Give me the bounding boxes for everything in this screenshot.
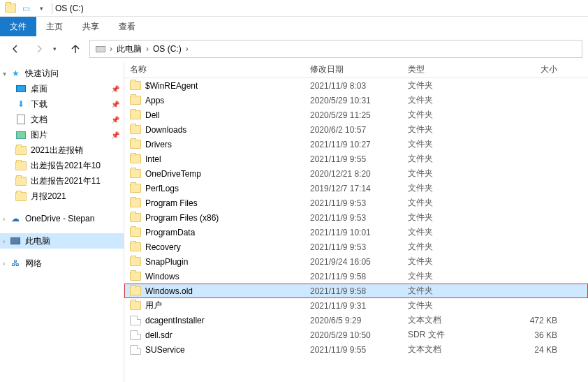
properties-icon[interactable]: ▭	[20, 3, 31, 14]
sidebar-quick-access[interactable]: ▾ ★ 快速访问	[0, 66, 124, 81]
sidebar-item[interactable]: 出差报告2021年10	[0, 158, 124, 173]
file-name: 用户	[145, 300, 162, 311]
list-item[interactable]: SUService2021/11/9 9:55文本文档24 KB	[124, 342, 588, 357]
list-item[interactable]: dell.sdr2020/5/29 10:50SDR 文件36 KB	[124, 328, 588, 342]
list-item[interactable]: 用户2021/11/9 9:31文件夹	[124, 298, 588, 313]
list-item[interactable]: OneDriveTemp2020/12/21 8:20文件夹	[124, 166, 588, 181]
back-button[interactable]	[6, 39, 25, 59]
column-name[interactable]: 名称	[130, 64, 310, 75]
file-name: PerfLogs	[145, 184, 179, 193]
file-name: Dell	[145, 110, 160, 120]
file-type: 文件夹	[408, 300, 499, 311]
list-item[interactable]: Apps2020/5/29 10:31文件夹	[124, 93, 588, 108]
sidebar-this-pc[interactable]: › 此电脑	[0, 233, 124, 249]
list-item[interactable]: SnapPlugin2021/9/24 16:05文件夹	[124, 254, 588, 269]
file-size: 24 KB	[499, 345, 568, 355]
file-date: 2021/11/9 9:55	[310, 154, 408, 164]
tab-view[interactable]: 查看	[109, 17, 145, 36]
chevron-right-icon[interactable]: ›	[146, 44, 149, 54]
file-name: Windows	[145, 272, 179, 281]
list-item[interactable]: Drivers2021/11/9 10:27文件夹	[124, 137, 588, 152]
sidebar-item[interactable]: 文档📌	[0, 112, 124, 127]
crumb-drive[interactable]: OS (C:)	[150, 44, 184, 54]
list-item[interactable]: ProgramData2021/11/9 10:01文件夹	[124, 225, 588, 240]
file-type: 文件夹	[408, 168, 499, 179]
tab-home[interactable]: 主页	[36, 17, 73, 36]
list-item[interactable]: Intel2021/11/9 9:55文件夹	[124, 152, 588, 166]
list-item[interactable]: Program Files2021/11/9 9:53文件夹	[124, 196, 588, 210]
chevron-right-icon[interactable]: ›	[3, 237, 5, 245]
folder-icon	[130, 110, 141, 119]
file-name: SnapPlugin	[145, 257, 188, 267]
file-date: 2021/11/9 9:55	[310, 345, 408, 355]
list-item[interactable]: Windows2021/11/9 9:58文件夹	[124, 269, 588, 284]
file-list[interactable]: $WinREAgent2021/11/9 8:03文件夹Apps2020/5/2…	[124, 78, 588, 382]
file-type: 文件夹	[408, 80, 499, 91]
sidebar-item-label: 桌面	[31, 83, 47, 95]
file-name: Intel	[145, 154, 161, 164]
file-size: 36 KB	[499, 330, 568, 340]
list-item[interactable]: Program Files (x86)2021/11/9 9:53文件夹	[124, 210, 588, 225]
tab-file[interactable]: 文件	[0, 17, 36, 36]
sidebar-item[interactable]: 月报2021	[0, 189, 124, 204]
column-headers: 名称 修改日期 类型 大小	[124, 61, 588, 78]
list-item[interactable]: dcagentInstaller2020/6/5 9:29文本文档472 KB	[124, 313, 588, 328]
column-type[interactable]: 类型	[408, 64, 499, 75]
folder-icon	[15, 191, 27, 202]
folder-icon	[130, 213, 141, 222]
sidebar-item[interactable]: 图片📌	[0, 127, 124, 142]
up-button[interactable]	[66, 39, 85, 59]
list-item[interactable]: Recovery2021/11/9 9:53文件夹	[124, 240, 588, 254]
crumb-this-pc[interactable]: 此电脑	[114, 43, 145, 55]
folder-icon	[130, 301, 141, 310]
file-type: 文件夹	[408, 182, 499, 194]
sidebar-item[interactable]: 2021出差报销	[0, 142, 124, 158]
file-type: 文件夹	[408, 212, 499, 223]
chevron-right-icon[interactable]: ›	[3, 215, 5, 223]
file-type: SDR 文件	[408, 329, 499, 341]
list-item[interactable]: Downloads2020/6/2 10:57文件夹	[124, 122, 588, 137]
address-bar[interactable]: › 此电脑 › OS (C:) ›	[89, 40, 582, 58]
sidebar-item-label: 月报2021	[31, 191, 66, 203]
file-date: 2021/9/24 16:05	[310, 257, 408, 267]
folder-icon	[15, 175, 27, 186]
sidebar-network[interactable]: › 🖧 网络	[0, 256, 124, 271]
file-date: 2021/11/9 9:58	[310, 272, 408, 281]
list-item[interactable]: Dell2020/5/29 11:25文件夹	[124, 108, 588, 122]
file-type: 文本文档	[408, 314, 499, 326]
file-type: 文件夹	[408, 270, 499, 282]
folder-icon	[130, 96, 141, 105]
chevron-right-icon[interactable]: ›	[186, 44, 189, 54]
chevron-down-icon[interactable]: ▾	[3, 70, 6, 78]
file-type: 文件夹	[408, 109, 499, 121]
file-list-pane: 名称 修改日期 类型 大小 $WinREAgent2021/11/9 8:03文…	[124, 61, 588, 382]
forward-button[interactable]	[29, 39, 49, 59]
list-item[interactable]: PerfLogs2019/12/7 17:14文件夹	[124, 181, 588, 196]
list-item[interactable]: $WinREAgent2021/11/9 8:03文件夹	[124, 78, 588, 93]
file-type: 文件夹	[408, 94, 499, 106]
qat-dropdown-icon[interactable]: ▾	[36, 3, 47, 14]
folder-icon	[130, 184, 141, 193]
file-type: 文件夹	[408, 197, 499, 209]
chevron-right-icon[interactable]: ›	[110, 44, 112, 54]
folder-icon	[5, 3, 16, 14]
list-item[interactable]: Windows.old2021/11/9 9:58文件夹	[124, 284, 588, 298]
file-name: SUService	[145, 345, 185, 355]
pin-icon: 📌	[111, 116, 119, 124]
sidebar-onedrive[interactable]: › ☁ OneDrive - Stepan	[0, 211, 124, 226]
tab-share[interactable]: 共享	[73, 17, 109, 36]
history-dropdown-icon[interactable]: ▾	[53, 45, 61, 52]
file-name: Windows.old	[145, 286, 193, 296]
desktop-icon	[15, 83, 27, 94]
folder-icon	[130, 272, 141, 281]
sidebar-item[interactable]: 出差报告2021年11	[0, 173, 124, 189]
folder-icon	[130, 81, 141, 90]
chevron-right-icon[interactable]: ›	[3, 260, 5, 267]
title-bar: ▭ ▾ OS (C:)	[0, 0, 588, 17]
sidebar-item[interactable]: 桌面📌	[0, 81, 124, 96]
column-size[interactable]: 大小	[499, 64, 568, 75]
file-type: 文件夹	[408, 256, 499, 267]
sidebar-item[interactable]: ⬇下载📌	[0, 96, 124, 112]
column-date[interactable]: 修改日期	[310, 64, 408, 75]
file-icon	[130, 345, 141, 355]
